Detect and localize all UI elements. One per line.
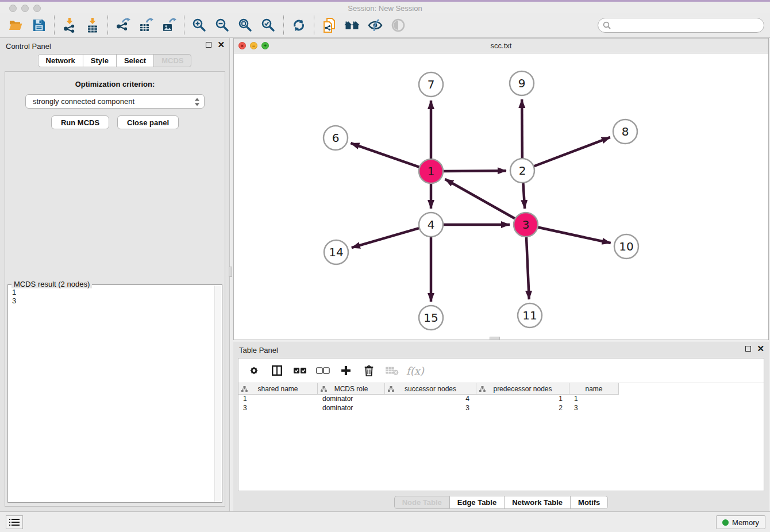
tree-icon [241,386,248,392]
delete-table-button[interactable] [383,362,401,379]
tab-mcds[interactable]: MCDS [154,54,191,67]
zoom-in-button[interactable] [188,15,211,36]
table-cell: 3 [238,404,318,413]
window-titlebar: Session: New Session [0,0,770,13]
zoom-out-button[interactable] [211,15,234,36]
memory-status-button[interactable]: Memory [716,515,765,529]
float-panel-icon[interactable] [206,42,211,48]
graph-edge-1-2[interactable] [442,171,506,171]
node-table-container: f(x) shared name MCDS role successor nod… [238,358,764,491]
table-cell: dominator [318,404,385,413]
tab-motifs[interactable]: Motifs [571,496,608,509]
import-table-button[interactable] [81,15,104,36]
show-columns-button[interactable] [268,362,286,379]
graph-edge-2-9[interactable] [522,99,522,160]
control-panel: Control Panel ✕ Network Style Select MCD… [0,38,230,511]
svg-text:14: 14 [329,245,343,259]
network-canvas[interactable]: 1234678910111415 [234,53,768,340]
import-network-button[interactable] [58,15,81,36]
export-image-icon [161,18,176,33]
tab-network-table[interactable]: Network Table [505,496,571,509]
tab-edge-table[interactable]: Edge Table [450,496,505,509]
dropdown-stepper-icon [194,98,200,106]
gear-icon [248,364,260,377]
trash-icon [363,364,375,377]
main-toolbar [0,13,770,38]
save-session-button[interactable] [28,15,51,36]
close-panel-button[interactable]: Close panel [117,115,179,129]
select-all-button[interactable] [291,362,309,379]
hide-graphics-details-button[interactable] [364,15,387,36]
graph-node-14[interactable]: 14 [324,240,348,264]
table-cell: 1 [238,395,318,404]
column-header-predecessor-nodes[interactable]: predecessor nodes [476,383,569,395]
graph-edge-2-8[interactable] [533,137,610,167]
run-mcds-button[interactable]: Run MCDS [51,115,109,129]
deselect-all-button[interactable] [314,362,332,379]
search-input[interactable] [598,18,764,33]
export-image-button[interactable] [157,15,180,36]
graph-node-11[interactable]: 11 [518,303,542,327]
graph-node-8[interactable]: 8 [613,119,637,144]
graph-node-9[interactable]: 9 [510,71,534,95]
task-history-button[interactable] [6,515,23,529]
search-icon [603,21,611,29]
tab-select[interactable]: Select [117,54,154,67]
graph-node-10[interactable]: 10 [614,234,638,259]
duplicate-network-icon [322,17,337,33]
close-table-panel-icon[interactable]: ✕ [757,346,764,352]
vertical-splitter-grip[interactable] [229,267,232,277]
network-view-window: × − + scc.txt 1234678910111415 [233,38,769,340]
graph-node-3[interactable]: 3 [514,213,538,237]
add-column-button[interactable] [337,362,355,379]
tab-node-table[interactable]: Node Table [394,496,450,509]
svg-text:9: 9 [518,76,526,90]
graph-node-2[interactable]: 2 [510,159,534,183]
column-header-shared-name[interactable]: shared name [238,383,318,395]
control-panel-title: Control Panel [6,42,51,51]
first-neighbors-button[interactable] [341,15,364,36]
graph-node-1[interactable]: 1 [419,159,443,183]
graph-edge-3-10[interactable] [537,227,611,243]
optimization-criterion-select[interactable]: strongly connected component [25,94,205,109]
table-row[interactable]: 1dominator411 [238,395,764,404]
open-folder-icon [9,18,24,32]
checked-boxes-icon [293,367,307,375]
graph-node-7[interactable]: 7 [419,72,443,97]
open-file-button[interactable] [5,15,28,36]
graph-edge-1-6[interactable] [351,143,421,167]
graph-node-6[interactable]: 6 [324,126,348,150]
column-header-successor-nodes[interactable]: successor nodes [385,383,476,395]
table-header: shared name MCDS role successor nodes pr… [238,383,764,395]
refresh-icon [291,18,306,33]
export-table-button[interactable] [134,15,157,36]
graph-edge-2-3[interactable] [523,182,525,209]
export-network-button[interactable] [111,15,134,36]
horizontal-splitter-grip[interactable] [490,337,500,340]
column-header-name[interactable]: name [569,383,619,395]
graph-edge-3-1[interactable] [445,179,516,219]
graph-node-4[interactable]: 4 [419,213,443,237]
table-cell: 4 [385,395,476,404]
zoom-fit-button[interactable] [234,15,257,36]
delete-column-button[interactable] [360,362,378,379]
table-row[interactable]: 3dominator323 [238,404,764,413]
table-panel-title: Table Panel [239,346,278,354]
zoom-selected-button[interactable] [257,15,280,36]
zoom-selected-icon [261,18,276,33]
float-table-panel-icon[interactable] [745,346,751,352]
graph-edge-3-11[interactable] [526,236,529,299]
tab-style[interactable]: Style [83,54,117,67]
graph-node-15[interactable]: 15 [419,306,443,330]
result-scrollbar[interactable] [214,286,221,502]
svg-text:2: 2 [519,164,526,178]
show-graphics-details-button[interactable] [387,15,410,36]
close-panel-icon[interactable]: ✕ [217,42,225,48]
table-settings-button[interactable] [245,362,263,379]
column-header-mcds-role[interactable]: MCDS role [318,383,385,395]
duplicate-network-button[interactable] [318,15,341,36]
function-builder-icon[interactable]: f(x) [406,365,424,377]
apply-layout-button[interactable] [287,15,310,36]
graph-edge-4-14[interactable] [352,228,421,248]
tab-network[interactable]: Network [38,54,83,67]
